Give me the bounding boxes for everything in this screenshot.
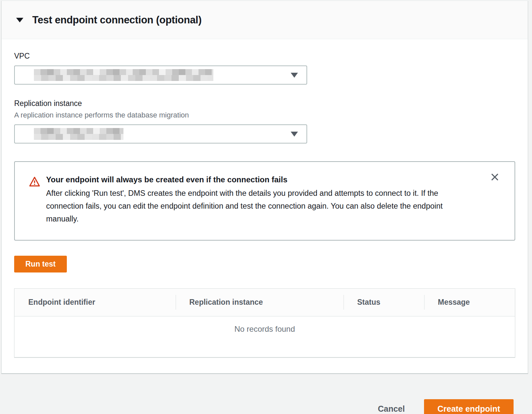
warning-text: Your endpoint will always be created eve… <box>46 175 471 225</box>
warning-triangle-icon <box>29 176 40 225</box>
section-title: Test endpoint connection (optional) <box>32 14 201 26</box>
column-header-message: Message <box>424 289 515 316</box>
replication-instance-selected-value-redacted <box>34 128 123 140</box>
panel-content: VPC Replication instance A replication i… <box>2 39 528 373</box>
test-results-table: Endpoint identifier Replication instance… <box>14 288 515 357</box>
warning-title: Your endpoint will always be created eve… <box>46 175 471 184</box>
vpc-label: VPC <box>14 52 515 61</box>
column-header-replication-instance: Replication instance <box>175 289 343 316</box>
vpc-selected-value-redacted <box>34 69 213 81</box>
table-header-row: Endpoint identifier Replication instance… <box>14 289 515 317</box>
close-icon <box>490 172 500 182</box>
form-footer: Cancel Create endpoint <box>0 374 532 414</box>
warning-body: After clicking 'Run test', DMS creates t… <box>46 187 471 225</box>
table-body: No records found <box>14 317 515 357</box>
test-endpoint-panel: Test endpoint connection (optional) VPC … <box>1 1 528 374</box>
replication-instance-description: A replication instance performs the data… <box>14 111 515 119</box>
chevron-down-icon <box>291 132 298 137</box>
create-endpoint-button[interactable]: Create endpoint <box>424 399 514 414</box>
cancel-button[interactable]: Cancel <box>378 404 405 414</box>
section-collapse-icon[interactable] <box>16 18 23 22</box>
chevron-down-icon <box>291 73 298 78</box>
column-header-status: Status <box>343 289 424 316</box>
replication-instance-label: Replication instance <box>14 99 515 108</box>
warning-close-button[interactable] <box>489 171 501 183</box>
run-test-button[interactable]: Run test <box>14 256 67 272</box>
warning-banner: Your endpoint will always be created eve… <box>14 161 515 241</box>
column-header-endpoint-identifier: Endpoint identifier <box>14 289 175 316</box>
vpc-select[interactable] <box>14 65 307 85</box>
replication-instance-select[interactable] <box>14 124 307 143</box>
empty-state-message: No records found <box>14 317 515 334</box>
panel-header: Test endpoint connection (optional) <box>2 1 528 39</box>
